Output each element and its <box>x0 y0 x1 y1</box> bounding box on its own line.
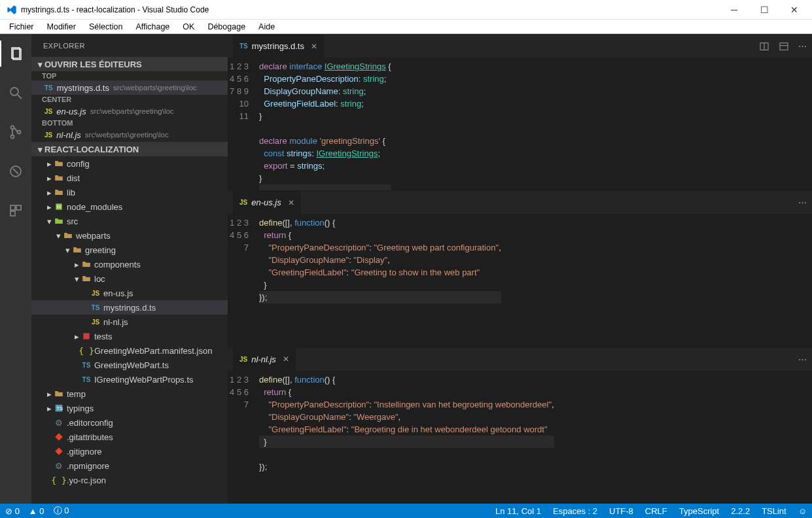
menu-item[interactable]: Modifier <box>41 21 82 33</box>
close-button[interactable]: ✕ <box>779 0 809 20</box>
menu-bar: FichierModifierSélectionAffichageOKDébog… <box>0 20 812 34</box>
status-eol[interactable]: CRLF <box>645 506 667 516</box>
tree-file[interactable]: ⚙ .npmignore <box>31 458 228 473</box>
tree-folder[interactable]: ▾ greeting <box>31 243 228 257</box>
close-icon[interactable]: ✕ <box>311 42 317 51</box>
more-icon[interactable]: ⋯ <box>798 354 807 364</box>
tree-item-label: webparts <box>76 231 111 241</box>
twistie-icon: ▾ <box>54 231 63 241</box>
editor-tab[interactable]: JS nl-nl.js ✕ <box>233 348 296 371</box>
tree-item-label: tests <box>94 332 112 341</box>
tree-folder[interactable]: ▸ node_modules <box>31 199 228 214</box>
tree-item-label: greeting <box>85 245 116 255</box>
minimize-button[interactable]: ─ <box>719 0 749 20</box>
extensions-activity-icon[interactable] <box>0 198 31 224</box>
tree-folder[interactable]: ▾ loc <box>31 271 228 286</box>
file-type-icon: TS <box>239 43 248 50</box>
open-editor-path: src\webparts\greeting\loc <box>90 107 174 115</box>
code-editor[interactable]: 1 2 3 4 5 6 7 8 9 10 11 declare interfac… <box>228 58 812 190</box>
twistie-icon: ▾ <box>44 216 54 226</box>
tree-folder[interactable]: ▾ src <box>31 214 228 228</box>
split-editor-icon[interactable] <box>759 41 769 52</box>
svg-rect-11 <box>10 211 15 216</box>
code-lines: declare interface IGreetingStrings { Pro… <box>259 58 391 190</box>
svg-text:TS: TS <box>57 406 63 411</box>
project-label: REACT-LOCALIZATION <box>44 145 139 154</box>
explorer-activity-icon[interactable] <box>0 41 31 67</box>
tree-folder[interactable]: ▸ config <box>31 156 228 171</box>
tab-actions: ⋯ <box>798 198 807 207</box>
open-editor-filename: nl-nl.js <box>56 130 81 140</box>
open-editor-item[interactable]: TS mystrings.d.ts src\webparts\greeting\… <box>31 80 228 95</box>
tree-file[interactable]: TS IGreetingWebPartProps.ts <box>31 372 228 387</box>
status-tsversion[interactable]: 2.2.2 <box>731 506 750 516</box>
tree-item-label: GreetingWebPart.manifest.json <box>94 346 212 356</box>
file-icon <box>81 260 92 269</box>
svg-rect-10 <box>16 205 21 210</box>
file-icon <box>54 432 64 441</box>
editor-tab[interactable]: JS en-us.js ✕ <box>233 191 301 214</box>
code-editor[interactable]: 1 2 3 4 5 6 7 define([], function() { re… <box>228 214 812 347</box>
tree-file[interactable]: ⚙ .editorconfig <box>31 415 228 430</box>
status-info[interactable]: ⓘ 0 <box>54 505 69 517</box>
search-activity-icon[interactable] <box>0 80 31 106</box>
tree-folder[interactable]: ▸ TS typings <box>31 401 228 415</box>
tree-folder[interactable]: ▸ components <box>31 257 228 271</box>
tree-item-label: .gitattributes <box>67 432 113 442</box>
file-icon <box>54 202 64 211</box>
scm-activity-icon[interactable] <box>0 119 31 145</box>
status-cursor[interactable]: Ln 11, Col 1 <box>495 506 541 516</box>
menu-item[interactable]: Sélection <box>82 21 129 33</box>
code-editor[interactable]: 1 2 3 4 5 6 7 define([], function() { re… <box>228 371 812 504</box>
tree-file[interactable]: JS nl-nl.js <box>31 315 228 329</box>
tree-file[interactable]: TS mystrings.d.ts <box>31 300 228 315</box>
tree-file[interactable]: .gitattributes <box>31 430 228 444</box>
tab-bar: JS nl-nl.js ✕ ⋯ <box>228 348 812 371</box>
editor-area: TS mystrings.d.ts ✕ ⋯ 1 2 3 4 5 6 7 8 9 … <box>228 34 812 504</box>
status-warnings[interactable]: ▲ 0 <box>29 506 44 516</box>
open-editor-item[interactable]: JS nl-nl.js src\webparts\greeting\loc <box>31 128 228 142</box>
maximize-button[interactable]: ☐ <box>749 0 779 20</box>
tree-file[interactable]: { } .yo-rc.json <box>31 473 228 487</box>
editor-tab[interactable]: TS mystrings.d.ts ✕ <box>233 35 324 58</box>
tree-file[interactable]: .gitignore <box>31 444 228 458</box>
menu-item[interactable]: Affichage <box>129 21 176 33</box>
tree-folder[interactable]: ▾ webparts <box>31 228 228 243</box>
file-type-icon: JS <box>239 199 247 206</box>
twistie-icon: ▸ <box>44 188 54 198</box>
debug-activity-icon[interactable] <box>0 158 31 184</box>
menu-item[interactable]: OK <box>176 21 201 33</box>
open-editors-header[interactable]: ▾ OUVRIR LES ÉDITEURS <box>31 57 228 71</box>
status-errors[interactable]: ⊘ 0 <box>5 506 20 516</box>
menu-item[interactable]: Fichier <box>3 21 41 33</box>
tree-file[interactable]: TS GreetingWebPart.ts <box>31 358 228 372</box>
menu-item[interactable]: Débogage <box>201 21 252 33</box>
tree-file[interactable]: JS en-us.js <box>31 286 228 300</box>
close-icon[interactable]: ✕ <box>283 354 289 364</box>
tree-folder[interactable]: ▸ lib <box>31 185 228 199</box>
menu-item[interactable]: Aide <box>252 21 281 33</box>
layout-icon[interactable] <box>779 41 789 52</box>
status-indent[interactable]: Espaces : 2 <box>553 506 597 516</box>
more-icon[interactable]: ⋯ <box>798 198 807 207</box>
twistie-icon: ▾ <box>72 274 81 284</box>
tree-folder[interactable]: ▸ temp <box>31 387 228 401</box>
open-editor-item[interactable]: JS en-us.js src\webparts\greeting\loc <box>31 104 228 118</box>
tree-folder[interactable]: ▸ tests <box>31 329 228 343</box>
more-icon[interactable]: ⋯ <box>798 41 807 52</box>
status-bar: ⊘ 0 ▲ 0 ⓘ 0 Ln 11, Col 1 Espaces : 2 UTF… <box>0 504 812 518</box>
tree-item-label: temp <box>67 389 86 399</box>
file-icon: TS <box>81 362 92 369</box>
file-icon: ⚙ <box>54 418 64 428</box>
status-encoding[interactable]: UTF-8 <box>609 506 633 516</box>
project-header[interactable]: ▾ REACT-LOCALIZATION <box>31 142 228 156</box>
tree-folder[interactable]: ▸ dist <box>31 171 228 185</box>
tree-item-label: .editorconfig <box>67 418 113 428</box>
tree-file[interactable]: { } GreetingWebPart.manifest.json <box>31 343 228 358</box>
feedback-icon[interactable]: ☺ <box>798 506 807 516</box>
close-icon[interactable]: ✕ <box>288 198 294 207</box>
status-language[interactable]: TypeScript <box>679 506 719 516</box>
tree-item-label: en-us.js <box>103 288 133 298</box>
status-lint[interactable]: TSLint <box>762 506 786 516</box>
file-icon: { } <box>54 475 64 485</box>
